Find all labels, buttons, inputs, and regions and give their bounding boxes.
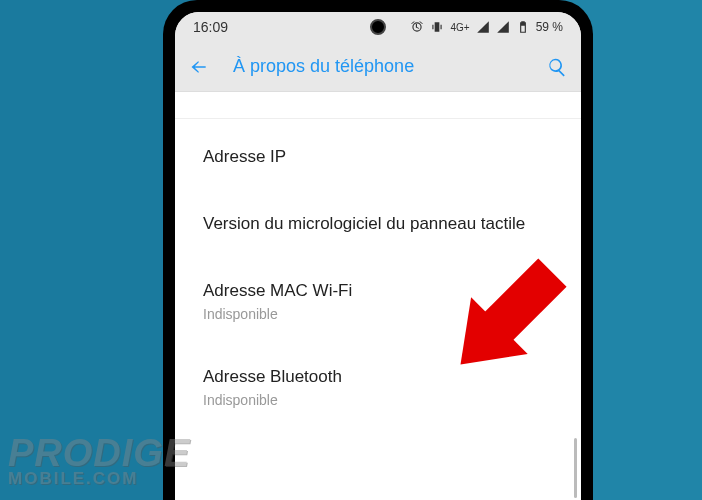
battery-text: 59 % [536,20,563,34]
alarm-icon [410,20,424,34]
page-title: À propos du téléphone [233,56,523,77]
setting-subtitle: Indisponible [203,306,553,322]
phone-frame: 16:09 4G+ 59 % À propos du téléphone [163,0,593,500]
divider [175,100,581,118]
setting-wifi-mac[interactable]: Adresse MAC Wi-Fi Indisponible [175,258,581,344]
camera-notch [370,19,386,35]
app-bar: À propos du téléphone [175,42,581,92]
phone-screen: 16:09 4G+ 59 % À propos du téléphone [175,12,581,500]
setting-title: Version du micrologiciel du panneau tact… [203,213,553,236]
search-icon [547,57,567,77]
network-type: 4G+ [450,22,469,33]
setting-ip-address[interactable]: Adresse IP [175,124,581,191]
setting-bluetooth-address[interactable]: Adresse Bluetooth Indisponible [175,344,581,430]
setting-title: Adresse MAC Wi-Fi [203,280,553,303]
setting-title: Adresse IP [203,146,553,169]
setting-firmware-version[interactable]: Version du micrologiciel du panneau tact… [175,191,581,258]
battery-icon [516,20,530,34]
search-button[interactable] [547,57,567,77]
vibrate-icon [430,20,444,34]
status-bar: 16:09 4G+ 59 % [175,12,581,42]
setting-subtitle: Indisponible [203,392,553,408]
scroll-indicator[interactable] [574,438,577,498]
status-time: 16:09 [193,19,228,35]
arrow-back-icon [189,57,209,77]
settings-list: Adresse IP Version du micrologiciel du p… [175,92,581,430]
status-icons: 4G+ 59 % [410,20,563,34]
setting-title: Adresse Bluetooth [203,366,553,389]
signal-icon-2 [496,20,510,34]
back-button[interactable] [189,57,209,77]
signal-icon [476,20,490,34]
